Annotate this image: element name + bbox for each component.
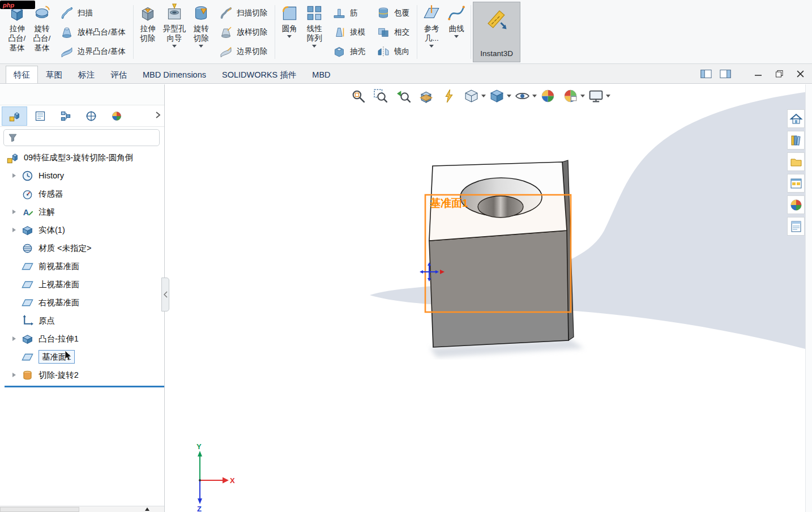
revolved-cut-dropdown-icon[interactable] bbox=[199, 45, 203, 48]
tree-root-item[interactable]: 09特征成型3-旋转切除-圆角倒 bbox=[0, 148, 164, 167]
revolved-cut-button[interactable]: 旋转 切除 bbox=[189, 2, 213, 62]
lofted-boss-button[interactable]: 放样凸台/基体 bbox=[58, 23, 128, 41]
fillet-dropdown-icon[interactable] bbox=[287, 35, 292, 38]
swept-boss-button[interactable]: 扫描 bbox=[58, 4, 128, 22]
pane-toggle-left-icon[interactable] bbox=[700, 70, 712, 78]
task-pane-file-explorer-button[interactable] bbox=[787, 152, 805, 171]
hole-wizard-button[interactable]: 异型孔 向导 bbox=[160, 2, 189, 62]
dynamic-annotation-icon[interactable] bbox=[441, 88, 456, 104]
view-orientation-dropdown-icon[interactable] bbox=[481, 95, 486, 97]
expand-arrow-icon[interactable] bbox=[12, 210, 16, 214]
extruded-boss-button[interactable]: 拉伸 凸台/ 基体 bbox=[5, 2, 29, 62]
tree-item-material[interactable]: 材质 <未指定> bbox=[0, 239, 164, 257]
tab-evaluate[interactable]: 评估 bbox=[102, 66, 135, 83]
tree-item-origin[interactable]: 原点 bbox=[0, 312, 164, 330]
tree-item-right-plane[interactable]: 右视基准面 bbox=[0, 293, 164, 312]
curves-button[interactable]: 曲线 bbox=[444, 2, 469, 62]
scrollbar-thumb[interactable] bbox=[0, 507, 79, 512]
tree-item-top-plane[interactable]: 上视基准面 bbox=[0, 275, 164, 293]
revolved-boss-button[interactable]: 旋转 凸台/ 基体 bbox=[29, 2, 54, 62]
task-pane bbox=[787, 109, 805, 236]
tree-item-solid-bodies[interactable]: 实体(1) bbox=[0, 221, 164, 239]
section-view-icon[interactable] bbox=[418, 88, 434, 104]
restore-button[interactable] bbox=[776, 70, 783, 78]
tree-filter-box[interactable] bbox=[3, 129, 160, 146]
reference-geometry-dropdown-icon[interactable] bbox=[429, 45, 434, 48]
hide-show-items-icon[interactable] bbox=[515, 88, 530, 104]
tree-horizontal-scrollbar[interactable] bbox=[0, 506, 164, 512]
previous-view-icon[interactable] bbox=[396, 88, 411, 104]
minimize-button[interactable] bbox=[755, 71, 762, 78]
curves-dropdown-icon[interactable] bbox=[454, 35, 459, 38]
draft-button[interactable]: 拔模 bbox=[330, 23, 367, 41]
panel-header bbox=[0, 84, 164, 105]
task-pane-resources-button[interactable] bbox=[787, 109, 805, 128]
tab-mbd[interactable]: MBD bbox=[304, 66, 338, 83]
task-pane-design-library-button[interactable] bbox=[787, 131, 805, 150]
expand-arrow-icon[interactable] bbox=[12, 336, 16, 341]
intersect-button[interactable]: 相交 bbox=[374, 23, 412, 41]
pane-toggle-right-icon[interactable] bbox=[720, 70, 731, 78]
tree-item-plane1[interactable]: 基准面1 bbox=[0, 348, 164, 366]
fillet-button[interactable]: 圆角 bbox=[277, 2, 302, 62]
task-pane-appearances-button[interactable] bbox=[787, 195, 805, 214]
hide-show-items-dropdown-icon[interactable] bbox=[532, 95, 537, 97]
tree-item-sensors[interactable]: 传感器 bbox=[0, 185, 164, 203]
tree-item-history[interactable]: History bbox=[0, 167, 164, 185]
expand-arrow-icon[interactable] bbox=[12, 373, 16, 377]
apply-scene-icon[interactable] bbox=[563, 88, 578, 104]
reference-plane[interactable]: 基准面1 bbox=[420, 195, 571, 312]
tab-mbd-dimensions[interactable]: MBD Dimensions bbox=[135, 66, 214, 83]
property-manager-tab[interactable] bbox=[27, 106, 53, 126]
edit-appearance-icon[interactable] bbox=[540, 88, 555, 104]
apply-scene-dropdown-icon[interactable] bbox=[580, 95, 585, 97]
close-button[interactable] bbox=[797, 70, 804, 78]
view-orientation-icon[interactable] bbox=[464, 88, 479, 104]
extruded-cut-button[interactable]: 拉伸 切除 bbox=[135, 2, 160, 62]
tab-sketch[interactable]: 草图 bbox=[38, 66, 70, 83]
boundary-cut-button[interactable]: 边界切除 bbox=[217, 42, 270, 61]
linear-pattern-dropdown-icon[interactable] bbox=[312, 45, 317, 48]
tree-item-annotations[interactable]: 注解 bbox=[0, 203, 164, 221]
tab-markup[interactable]: 标注 bbox=[70, 66, 102, 83]
tree-item-cut-revolve2[interactable]: 切除-旋转2 bbox=[0, 366, 164, 384]
expand-arrow-icon[interactable] bbox=[12, 228, 16, 232]
mirror-button[interactable]: 镜向 bbox=[374, 42, 412, 61]
hole-wizard-dropdown-icon[interactable] bbox=[172, 45, 177, 48]
task-pane-view-palette-button[interactable] bbox=[787, 174, 805, 193]
tree-item-boss-extrude1[interactable]: 凸台-拉伸1 bbox=[0, 330, 164, 348]
display-style-icon[interactable] bbox=[489, 88, 505, 104]
shell-button[interactable]: 抽壳 bbox=[330, 42, 367, 61]
wrap-button[interactable]: 包覆 bbox=[374, 4, 412, 22]
display-style-dropdown-icon[interactable] bbox=[507, 95, 511, 97]
configuration-manager-tab[interactable] bbox=[53, 106, 78, 126]
view-settings-icon[interactable] bbox=[588, 88, 604, 104]
feature-manager-tab[interactable] bbox=[2, 106, 27, 126]
instant3d-button[interactable]: Instant3D bbox=[473, 2, 520, 62]
reference-plane-outline[interactable] bbox=[425, 195, 571, 312]
tab-solidworks-addins[interactable]: SOLIDWORKS 插件 bbox=[214, 66, 304, 83]
ribbon-separator bbox=[417, 5, 417, 59]
viewport-canvas[interactable]: 基准面1 Y X bbox=[165, 84, 812, 512]
zoom-to-area-icon[interactable] bbox=[373, 88, 388, 104]
task-pane-custom-properties-button[interactable] bbox=[787, 217, 805, 236]
panel-expand-chevron[interactable] bbox=[155, 111, 161, 121]
display-manager-tab[interactable] bbox=[104, 106, 129, 126]
tab-features[interactable]: 特征 bbox=[6, 66, 38, 83]
zoom-to-fit-icon[interactable] bbox=[351, 88, 366, 104]
linear-pattern-button[interactable]: 线性 阵列 bbox=[302, 2, 327, 62]
tree-item-front-plane[interactable]: 前视基准面 bbox=[0, 257, 164, 275]
triad-y-label: Y bbox=[196, 442, 202, 451]
boundary-boss-button[interactable]: 边界凸台/基体 bbox=[58, 42, 128, 61]
view-settings-dropdown-icon[interactable] bbox=[606, 95, 610, 97]
reference-geometry-button[interactable]: 参考 几... bbox=[419, 2, 444, 62]
dimxpert-manager-tab[interactable] bbox=[78, 106, 104, 126]
scroll-expand-arrow-icon[interactable] bbox=[145, 507, 149, 511]
rib-button[interactable]: 筋 bbox=[330, 4, 367, 22]
lofted-cut-button[interactable]: 放样切除 bbox=[217, 23, 270, 41]
rollback-bar[interactable] bbox=[5, 386, 164, 387]
swept-cut-button[interactable]: 扫描切除 bbox=[217, 4, 270, 22]
expand-arrow-icon[interactable] bbox=[12, 173, 16, 178]
graphics-viewport[interactable]: 基准面1 Y X bbox=[165, 84, 812, 512]
panel-splitter[interactable] bbox=[161, 278, 169, 312]
